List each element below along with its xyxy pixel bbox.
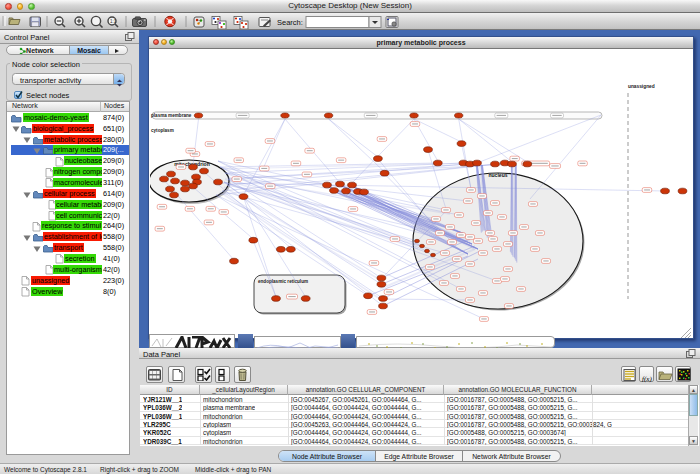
svg-text:endoplasmic reticulum: endoplasmic reticulum <box>258 279 308 284</box>
svg-text:1:1: 1:1 <box>110 19 117 24</box>
svg-text:cytoplasm: cytoplasm <box>151 128 174 133</box>
svg-text:unassigned: unassigned <box>628 84 655 89</box>
svg-text:Search:: Search: <box>277 18 303 27</box>
svg-text:plasma membrane: plasma membrane <box>151 113 192 118</box>
svg-text:nucleus: nucleus <box>488 171 507 177</box>
